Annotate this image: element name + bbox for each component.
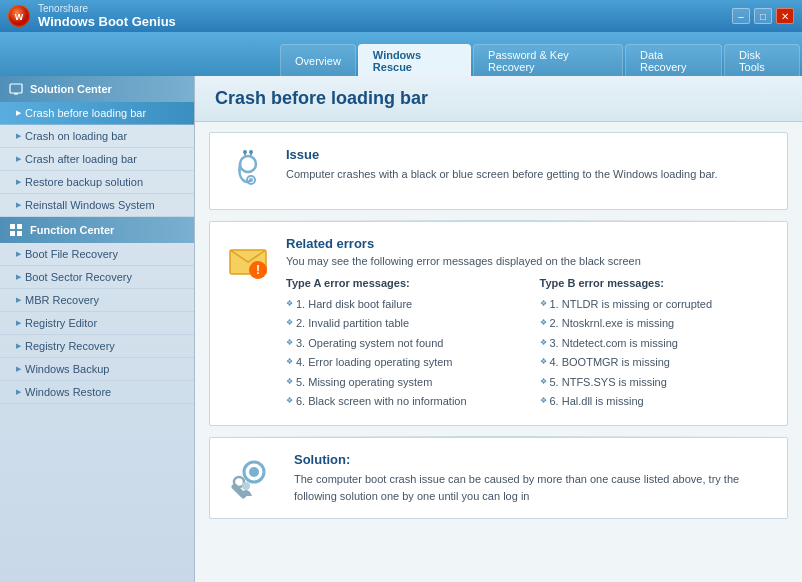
errors-icon: ! <box>224 236 272 411</box>
error-b-6: 6. Hal.dll is missing <box>540 392 774 411</box>
errors-col-b: Type B error messages: 1. NTLDR is missi… <box>540 277 774 411</box>
app-icon: W <box>8 5 30 27</box>
content-area: Crash before loading bar <box>195 76 802 582</box>
errors-columns: Type A error messages: 1. Hard disk boot… <box>286 277 773 411</box>
errors-content: Related errors You may see the following… <box>286 236 773 411</box>
svg-rect-6 <box>17 224 22 229</box>
tab-overview[interactable]: Overview <box>280 44 356 76</box>
svg-rect-5 <box>10 224 15 229</box>
issue-text: Issue Computer crashes with a black or b… <box>286 147 718 183</box>
solution-center-label: Solution Center <box>30 83 112 95</box>
solution-description: The computer boot crash issue can be cau… <box>294 471 773 504</box>
sidebar-item-registry-recovery[interactable]: Registry Recovery <box>0 335 194 358</box>
product-label: Windows Boot Genius <box>38 14 176 29</box>
issue-section: Issue Computer crashes with a black or b… <box>209 132 788 210</box>
sidebar-item-windows-backup[interactable]: Windows Backup <box>0 358 194 381</box>
sidebar-item-crash-before[interactable]: Crash before loading bar <box>0 102 194 125</box>
error-b-4: 4. BOOTMGR is missing <box>540 353 774 372</box>
title-bar: W Tenorshare Windows Boot Genius – □ ✕ <box>0 0 802 32</box>
minimize-button[interactable]: – <box>732 8 750 24</box>
errors-heading: Related errors <box>286 236 773 251</box>
error-b-2: 2. Ntoskrnl.exe is missing <box>540 314 774 333</box>
errors-col-a: Type A error messages: 1. Hard disk boot… <box>286 277 520 411</box>
sidebar-item-reinstall-windows[interactable]: Reinstall Windows System <box>0 194 194 217</box>
error-b-3: 3. Ntdetect.com is missing <box>540 334 774 353</box>
tab-windows-rescue[interactable]: Windows Rescue <box>358 44 471 76</box>
errors-subtitle: You may see the following error messages… <box>286 255 773 267</box>
title-bar-left: W Tenorshare Windows Boot Genius <box>8 3 176 29</box>
sidebar-item-boot-sector[interactable]: Boot Sector Recovery <box>0 266 194 289</box>
function-center-icon <box>8 222 24 238</box>
issue-icon <box>224 147 272 195</box>
svg-rect-8 <box>17 231 22 236</box>
app-title: Tenorshare Windows Boot Genius <box>38 3 176 29</box>
tab-disk-tools[interactable]: Disk Tools <box>724 44 800 76</box>
sidebar-item-crash-on[interactable]: Crash on loading bar <box>0 125 194 148</box>
error-a-6: 6. Black screen with no information <box>286 392 520 411</box>
sidebar-item-restore-backup[interactable]: Restore backup solution <box>0 171 194 194</box>
content-header: Crash before loading bar <box>195 76 802 122</box>
sidebar-item-registry-editor[interactable]: Registry Editor <box>0 312 194 335</box>
sidebar: Solution Center Crash before loading bar… <box>0 76 195 582</box>
svg-text:!: ! <box>256 263 260 277</box>
maximize-button[interactable]: □ <box>754 8 772 24</box>
tab-password-key-recovery[interactable]: Password & Key Recovery <box>473 44 623 76</box>
brand-label: Tenorshare <box>38 3 176 14</box>
svg-text:W: W <box>15 12 24 22</box>
error-a-2: 2. Invalid partition table <box>286 314 520 333</box>
main-layout: Solution Center Crash before loading bar… <box>0 76 802 582</box>
solution-text: Solution: The computer boot crash issue … <box>294 452 773 504</box>
close-button[interactable]: ✕ <box>776 8 794 24</box>
content-body: Issue Computer crashes with a black or b… <box>195 122 802 582</box>
function-center-header: Function Center <box>0 217 194 243</box>
solution-section: Solution: The computer boot crash issue … <box>209 437 788 519</box>
svg-rect-7 <box>10 231 15 236</box>
sidebar-item-windows-restore[interactable]: Windows Restore <box>0 381 194 404</box>
error-a-4: 4. Error loading operating sytem <box>286 353 520 372</box>
sidebar-item-crash-after[interactable]: Crash after loading bar <box>0 148 194 171</box>
svg-rect-2 <box>10 84 22 93</box>
error-b-1: 1. NTLDR is missing or corrupted <box>540 295 774 314</box>
issue-description: Computer crashes with a black or blue sc… <box>286 166 718 183</box>
solution-center-header: Solution Center <box>0 76 194 102</box>
svg-point-11 <box>249 178 253 182</box>
tab-data-recovery[interactable]: Data Recovery <box>625 44 722 76</box>
sidebar-item-mbr-recovery[interactable]: MBR Recovery <box>0 289 194 312</box>
solution-heading: Solution: <box>294 452 773 467</box>
svg-point-20 <box>249 467 259 477</box>
error-a-3: 3. Operating system not found <box>286 334 520 353</box>
error-b-5: 5. NTFS.SYS is missing <box>540 373 774 392</box>
errors-section: ! Related errors You may see the followi… <box>209 221 788 426</box>
svg-point-9 <box>240 156 256 172</box>
solution-icon <box>224 452 280 504</box>
function-center-label: Function Center <box>30 224 114 236</box>
error-a-1: 1. Hard disk boot failure <box>286 295 520 314</box>
error-a-5: 5. Missing operating system <box>286 373 520 392</box>
nav-tabs: Overview Windows Rescue Password & Key R… <box>0 32 802 76</box>
solution-center-icon <box>8 81 24 97</box>
col-a-title: Type A error messages: <box>286 277 520 289</box>
svg-point-23 <box>242 482 250 490</box>
svg-point-14 <box>243 150 247 154</box>
window-controls: – □ ✕ <box>732 8 794 24</box>
svg-point-15 <box>249 150 253 154</box>
col-b-title: Type B error messages: <box>540 277 774 289</box>
issue-heading: Issue <box>286 147 718 162</box>
page-title: Crash before loading bar <box>215 88 782 109</box>
sidebar-item-boot-file[interactable]: Boot File Recovery <box>0 243 194 266</box>
